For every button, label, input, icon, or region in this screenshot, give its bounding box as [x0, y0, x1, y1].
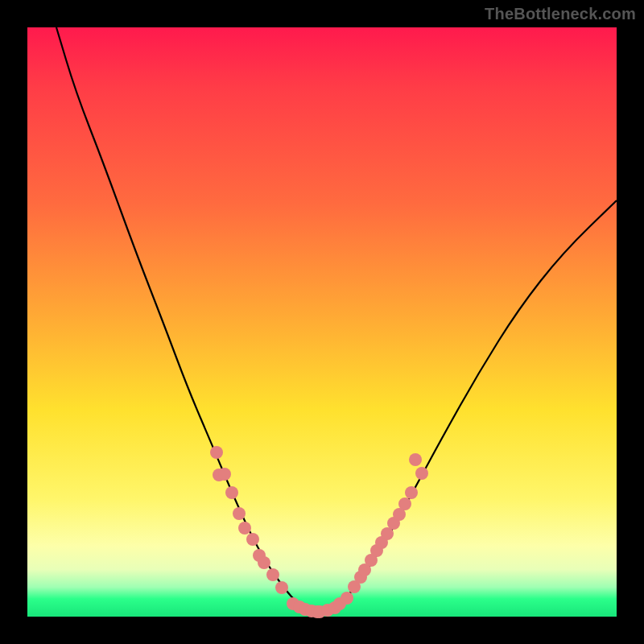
data-dot [415, 467, 428, 480]
data-dot [341, 592, 353, 605]
data-dots [210, 446, 428, 618]
data-dot [266, 568, 279, 581]
data-dot [398, 497, 411, 510]
bottleneck-curve-left [56, 27, 319, 615]
chart-frame: TheBottleneck.com [0, 0, 644, 644]
data-dot [258, 556, 270, 569]
data-dot [275, 581, 288, 594]
chart-svg [27, 27, 617, 617]
data-dot [246, 533, 259, 546]
data-dot [409, 453, 422, 466]
data-dot [218, 468, 231, 481]
data-dot [405, 486, 418, 499]
data-dot [233, 507, 246, 520]
data-dot [225, 486, 238, 499]
bottleneck-curve-right [319, 200, 617, 615]
data-dot [210, 446, 223, 459]
data-dot [238, 522, 251, 535]
plot-area [27, 27, 617, 617]
watermark-text: TheBottleneck.com [485, 5, 636, 23]
